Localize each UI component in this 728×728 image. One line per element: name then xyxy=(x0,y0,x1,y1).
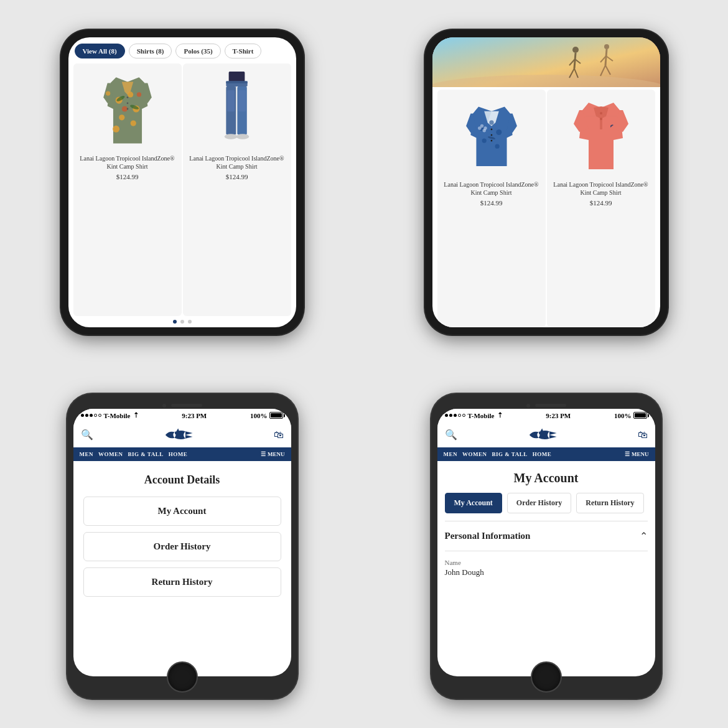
dot-indicators xyxy=(68,316,296,327)
svg-rect-24 xyxy=(227,90,235,111)
filter-tab-view-all[interactable]: View All (8) xyxy=(75,44,125,58)
menu-label-right: MENU xyxy=(632,451,649,457)
signal-dot-5 xyxy=(98,414,101,417)
carrier-label-right: T-Mobile xyxy=(468,412,495,419)
filter-tab-shirts[interactable]: Shirts (8) xyxy=(129,44,172,58)
cart-icon-right[interactable]: 🛍 xyxy=(638,429,648,441)
search-icon[interactable]: 🔍 xyxy=(81,429,93,441)
account-details-screen: T-Mobile ⇡ 9:23 PM 100% 🔍 xyxy=(73,409,291,676)
battery-fill-right xyxy=(635,413,646,418)
time-label: 9:23 PM xyxy=(182,412,207,419)
phone-top-left: View All (8) Shirts (8) Polos (35) T-Shi… xyxy=(61,30,304,335)
nav-home[interactable]: HOME xyxy=(169,451,188,457)
svg-rect-25 xyxy=(238,90,246,111)
signal-dot-r5 xyxy=(462,414,465,417)
filter-tab-polos[interactable]: Polos (35) xyxy=(175,44,220,58)
tab-buttons: My Account Order History Return History xyxy=(437,493,655,521)
menu-item-return-history[interactable]: Return History xyxy=(83,567,281,597)
nav-big-tall[interactable]: BIG & TALL xyxy=(128,451,164,457)
svg-point-54 xyxy=(483,126,487,129)
svg-point-50 xyxy=(495,144,499,148)
menu-item-order-history[interactable]: Order History xyxy=(83,532,281,561)
phone-top-bar-left xyxy=(73,400,291,409)
product-card-jeans[interactable]: Lanai Lagoon Tropicool IslandZone® Kint … xyxy=(183,63,291,316)
product-card-coral-polo[interactable]: Lanai Lagoon Tropicool IslandZone® Kint … xyxy=(547,90,655,327)
phone-top-right-screen: Lanai Lagoon Tropicool IslandZone® Kint … xyxy=(432,37,660,327)
product-name-coral-polo: Lanai Lagoon Tropicool IslandZone® Kint … xyxy=(552,180,650,197)
tab-my-account[interactable]: My Account xyxy=(445,493,502,513)
product-price-blue-hawaiian: $124.99 xyxy=(480,199,503,207)
phone-bottom-right: T-Mobile ⇡ 9:23 PM 100% 🔍 xyxy=(431,394,661,699)
dot-3 xyxy=(188,320,192,324)
camera-icon-right xyxy=(526,404,530,408)
product-name-hawaiian: Lanai Lagoon Tropicool IslandZone® Kint … xyxy=(78,154,177,170)
signal-dot-3 xyxy=(90,414,93,417)
product-card-blue-hawaiian[interactable]: Lanai Lagoon Tropicool IslandZone® Kint … xyxy=(437,90,546,327)
nav-bar-left: MEN WOMEN BIG & TALL HOME ☰ MENU xyxy=(73,447,291,461)
search-icon-right[interactable]: 🔍 xyxy=(445,429,457,441)
status-right-right: 100% xyxy=(614,412,648,419)
svg-point-31 xyxy=(572,47,579,53)
personal-info-section[interactable]: Personal Information ⌃ xyxy=(437,521,655,551)
svg-point-4 xyxy=(128,91,133,97)
product-listing-screen: View All (8) Shirts (8) Polos (35) T-Shi… xyxy=(68,37,296,327)
product-listing-screen-2: Lanai Lagoon Tropicool IslandZone® Kint … xyxy=(432,37,660,327)
svg-point-13 xyxy=(126,96,128,98)
svg-point-57 xyxy=(490,134,492,136)
svg-point-56 xyxy=(490,128,492,130)
svg-point-18 xyxy=(105,91,110,95)
signal-dot-r2 xyxy=(449,414,452,417)
chevron-up-icon[interactable]: ⌃ xyxy=(640,530,648,542)
product-grid: Lanai Lagoon Tropicool IslandZone® Kint … xyxy=(68,63,296,316)
phone-top-right: Lanai Lagoon Tropicool IslandZone® Kint … xyxy=(425,30,668,335)
product-image-blue-hawaiian xyxy=(442,95,541,175)
menu-icon-right: ☰ xyxy=(625,451,630,457)
svg-point-15 xyxy=(126,108,128,110)
battery-pct: 100% xyxy=(250,412,268,419)
svg-point-52 xyxy=(478,126,481,129)
signal-dot-2 xyxy=(85,414,88,417)
section-title-personal-info: Personal Information xyxy=(445,531,531,541)
dot-1 xyxy=(173,320,177,324)
nav-big-tall-right[interactable]: BIG & TALL xyxy=(492,451,528,457)
name-info-block: Name John Dough xyxy=(437,551,655,577)
product-name-blue-hawaiian: Lanai Lagoon Tropicool IslandZone® Kint … xyxy=(442,180,541,197)
nav-men-right[interactable]: MEN xyxy=(444,451,458,457)
nav-home-right[interactable]: HOME xyxy=(533,451,552,457)
product-image-jeans xyxy=(188,68,286,149)
nav-women-right[interactable]: WOMEN xyxy=(462,451,487,457)
signal-dots xyxy=(81,414,101,417)
product-card-hawaiian[interactable]: Lanai Lagoon Tropicool IslandZone® Kint … xyxy=(73,63,182,316)
brand-logo xyxy=(162,426,205,444)
menu-item-my-account[interactable]: My Account xyxy=(83,497,281,526)
phone-bottom-left-screen: T-Mobile ⇡ 9:23 PM 100% 🔍 xyxy=(73,409,291,676)
tab-order-history[interactable]: Order History xyxy=(507,493,571,513)
svg-point-28 xyxy=(236,134,250,139)
phone-bottom-right-screen: T-Mobile ⇡ 9:23 PM 100% 🔍 xyxy=(437,409,655,676)
nav-men[interactable]: MEN xyxy=(80,451,94,457)
signal-dot-1 xyxy=(81,414,84,417)
svg-point-6 xyxy=(119,114,124,120)
status-left: T-Mobile ⇡ xyxy=(81,411,139,419)
beach-lifestyle-image xyxy=(432,37,660,87)
svg-line-32 xyxy=(574,53,576,68)
nav-women[interactable]: WOMEN xyxy=(98,451,123,457)
nav-menu[interactable]: ☰ MENU xyxy=(261,451,285,457)
my-account-screen: T-Mobile ⇡ 9:23 PM 100% 🔍 xyxy=(437,409,655,676)
svg-point-37 xyxy=(604,44,609,49)
svg-point-14 xyxy=(126,102,128,104)
nav-menu-right[interactable]: ☰ MENU xyxy=(625,451,649,457)
svg-rect-21 xyxy=(226,81,247,83)
battery-fill xyxy=(271,413,282,418)
svg-point-49 xyxy=(482,138,486,142)
cart-icon[interactable]: 🛍 xyxy=(274,429,284,441)
tab-return-history[interactable]: Return History xyxy=(576,493,643,513)
account-details-title: Account Details xyxy=(73,461,291,497)
filter-tab-tshirts[interactable]: T-Shirt xyxy=(225,44,262,58)
svg-point-71 xyxy=(539,432,540,434)
status-left-right: T-Mobile ⇡ xyxy=(445,411,503,419)
svg-point-47 xyxy=(489,120,493,124)
battery-icon xyxy=(269,412,283,419)
brand-logo-right xyxy=(526,426,569,444)
name-label: Name xyxy=(445,559,648,566)
